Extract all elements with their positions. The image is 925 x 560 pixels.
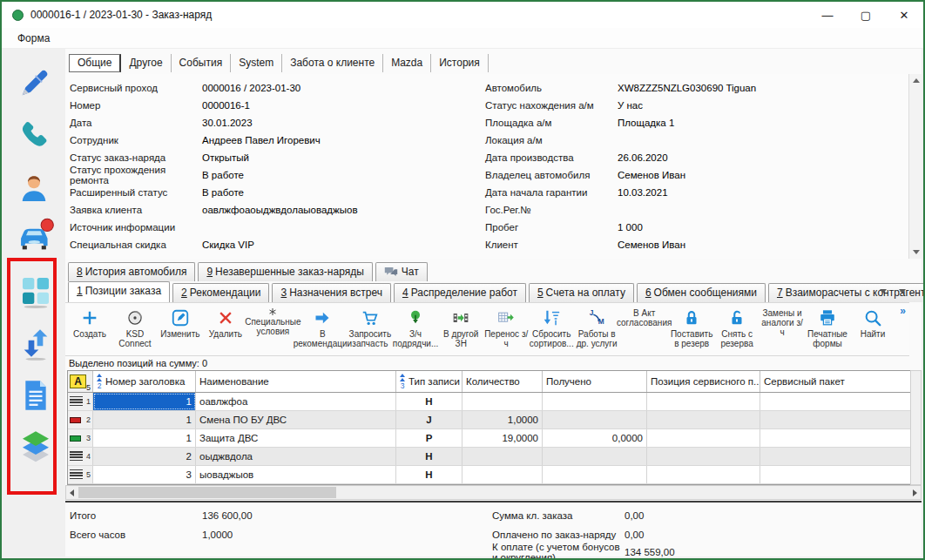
tabs-dropdown-icon[interactable]	[880, 289, 887, 293]
tab-car-history[interactable]: 8История автомобиля	[68, 262, 195, 281]
scroll-up-icon[interactable]	[913, 78, 920, 83]
layers-icon[interactable]	[18, 428, 53, 463]
tabs-dropdown-icon[interactable]	[899, 289, 906, 293]
header-qty[interactable]: Количество	[462, 371, 543, 392]
close-button[interactable]: ✕	[885, 2, 923, 28]
transfer-arrows-icon[interactable]	[18, 326, 53, 361]
unreserve-button[interactable]: Снять с резерва	[714, 305, 760, 348]
menubar: Форма	[2, 28, 923, 49]
summary-paid: Оплачено по заказ-наряду0,00	[492, 530, 644, 540]
pen-icon[interactable]	[17, 66, 51, 101]
transfer-part-button[interactable]: Перенос з/ч	[483, 305, 529, 348]
table-row[interactable]: 5 3 ыоваджыов Н	[68, 466, 912, 484]
tab-system[interactable]: System	[231, 54, 282, 72]
tab-unfinished-orders[interactable]: 9Незавершенные заказ-наряды	[198, 262, 372, 281]
tab-sobytiya[interactable]: События	[172, 54, 232, 72]
contractor-parts-button[interactable]: З/ч подрядчи...	[393, 305, 438, 348]
to-approval-act-button[interactable]: В Акт согласования	[619, 305, 669, 327]
print-forms-button[interactable]: Печатные формы	[805, 305, 850, 348]
find-button[interactable]: Найти	[850, 305, 895, 339]
toolbar: Создать KSD Connect Изменить Удалить Спе…	[65, 302, 909, 356]
window-controls: — ▢ ✕	[808, 2, 923, 28]
field-client-request: Заявка клиентаоавлжфоаоыджвдолаыоваджыов	[70, 201, 475, 219]
selected-cell[interactable]: 1	[93, 393, 196, 410]
maximize-button[interactable]: ▢	[847, 2, 885, 28]
tab-chat[interactable]: Чат	[375, 262, 428, 281]
to-other-order-button[interactable]: В другой ЗН	[438, 305, 483, 348]
tab-invoices[interactable]: 5Счета на оплату	[529, 283, 634, 302]
tab-recommendations[interactable]: 2Рекомендации	[172, 283, 269, 302]
header-type[interactable]: 3 Тип записи	[396, 371, 462, 392]
search-icon	[863, 306, 882, 329]
header-service-position[interactable]: Позиция сервисного п...	[647, 371, 760, 392]
header-name[interactable]: Наименование	[196, 371, 396, 392]
summary-to-pay: К оплате (с учетом бонусов и округления)…	[492, 542, 675, 560]
reset-sort-button[interactable]: Сбросить сортиров...	[529, 305, 574, 348]
summary-client-order-sum: Сумма кл. заказа0,00	[492, 510, 644, 521]
edit-button[interactable]: Изменить	[158, 305, 203, 339]
special-conditions-button[interactable]: Специальные условия	[248, 305, 298, 336]
plus-icon	[80, 306, 99, 329]
form-vertical-scrollbar[interactable]	[908, 74, 922, 259]
document-icon[interactable]	[18, 378, 53, 413]
field-car-location: Локация а/м	[485, 132, 890, 149]
tab-zabota[interactable]: Забота о клиенте	[282, 54, 383, 72]
request-part-button[interactable]: Запросить запчасть	[348, 305, 393, 348]
tab-mazda[interactable]: Mazda	[383, 54, 431, 72]
unlock-icon	[727, 306, 746, 329]
to-recommendations-button[interactable]: В рекомендации	[298, 305, 348, 348]
scrollbar-thumb[interactable]	[78, 487, 336, 498]
table-row[interactable]: 3 1 Защита ДВС Р 19,0000 0,0000	[68, 429, 912, 448]
field-repair-status: Статус прохождения ремонтаВ работе	[70, 166, 475, 184]
table-row[interactable]: 4 2 оыджвдола Н	[68, 448, 912, 466]
tab-istoriya[interactable]: История	[431, 54, 489, 72]
delete-x-icon	[217, 306, 234, 329]
red-marker-icon	[70, 417, 81, 423]
blocks-icon[interactable]	[18, 273, 53, 308]
table-vertical-scrollbar[interactable]	[910, 370, 922, 485]
car-status-icon[interactable]	[17, 218, 55, 256]
client-icon[interactable]	[17, 171, 51, 206]
tab-work-distribution[interactable]: 4Распределение работ	[394, 283, 526, 302]
tab-appointments[interactable]: 3Назначения встреч	[272, 283, 390, 302]
create-button[interactable]: Создать	[67, 305, 112, 339]
tab-drugoe[interactable]: Другое	[121, 54, 171, 72]
delete-button[interactable]: Удалить	[203, 305, 248, 339]
replacements-analogs-button[interactable]: Замены и аналоги з/ч	[760, 305, 805, 337]
edit-icon	[171, 306, 190, 329]
works-to-services-button[interactable]: JM Работы в др. услуги	[574, 305, 619, 348]
contractor-parts-icon	[407, 306, 424, 329]
table-row[interactable]: 2 1 Смена ПО БУ ДВС J 1,0000	[68, 411, 912, 429]
tab-messages[interactable]: 6Обмен сообщениями	[637, 283, 766, 302]
field-warranty-start: Дата начала гарантии10.03.2021	[485, 184, 890, 201]
ksd-connect-button[interactable]: KSD Connect	[112, 305, 158, 348]
header-marker-cell[interactable]: А 5	[68, 371, 93, 392]
order-form-panel: Сервисный проход0000016 / 2023-01-30 Ном…	[65, 74, 912, 259]
sort-asc-icon: 2	[97, 374, 102, 389]
header-num[interactable]: 2 Номер заголовка	[93, 371, 196, 392]
field-extended-status: Расширенный статусВ работе	[70, 184, 475, 201]
phone-icon[interactable]	[17, 118, 51, 153]
field-car: АвтомобильXW8ZZZ5NZLG030690 Tiguan	[485, 79, 890, 97]
tab-order-positions[interactable]: 1Позиции заказа	[68, 281, 170, 302]
minimize-button[interactable]: —	[808, 2, 847, 28]
app-status-dot-icon	[12, 10, 24, 21]
toolbar-overflow-chevron[interactable]: »	[900, 305, 906, 317]
selection-info: Выделено позиций на сумму: 0	[69, 358, 207, 368]
table-horizontal-scrollbar[interactable]	[65, 485, 922, 500]
tab-obschie[interactable]: Общие	[69, 54, 121, 72]
reserve-button[interactable]: Поставить в резерв	[669, 305, 714, 348]
scroll-down-icon[interactable]	[913, 250, 920, 254]
header-received[interactable]: Получено	[543, 371, 647, 392]
header-service-package[interactable]: Сервисный пакет	[760, 371, 912, 392]
table-row[interactable]: 1 1 оавлжфоа Н	[68, 393, 912, 411]
scroll-right-icon[interactable]	[913, 489, 917, 496]
field-service-pass: Сервисный проход0000016 / 2023-01-30	[70, 79, 475, 97]
summary-total: Итого136 600,00	[70, 510, 253, 521]
field-special-discount: Специальная скидкаСкидка VIP	[70, 236, 475, 253]
menu-form[interactable]: Форма	[9, 30, 58, 46]
scroll-left-icon[interactable]	[70, 489, 74, 496]
window-title: 0000016-1 / 2023-01-30 - Заказ-наряд	[30, 9, 212, 21]
arrow-right-icon	[312, 306, 333, 329]
marker-count: 5	[86, 383, 91, 392]
